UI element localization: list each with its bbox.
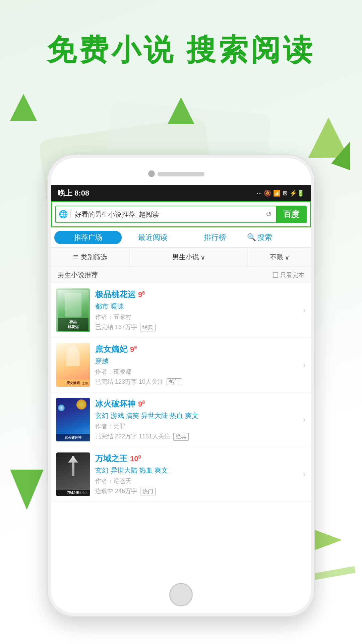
- book-cover-3: 冰火破坏神: [56, 398, 90, 441]
- phone-camera: [148, 170, 155, 177]
- tab-recent[interactable]: 最近阅读: [122, 232, 184, 243]
- page-headline: 免费小说 搜索阅读: [0, 30, 362, 70]
- book-info-2: 庶女嫡妃 99 穿越 作者：夜凌都 已完结 123万字 10人关注 热门: [95, 344, 298, 386]
- book-arrow-2: ›: [303, 360, 306, 370]
- book-cover-1: 极品桃花运: [56, 288, 90, 332]
- book-title-4: 万域之王: [95, 453, 127, 464]
- book-meta-2: 已完结 123万字 10人关注 热门: [95, 378, 298, 386]
- signal-icon: ···: [257, 190, 262, 197]
- bg-triangle-1: [10, 94, 37, 121]
- book-author-4: 作者：逆苍天: [95, 477, 298, 485]
- filter-category[interactable]: ☰ 类别筛选: [51, 248, 130, 267]
- bg-triangle-top: [168, 97, 194, 124]
- book-rating-1: 96: [138, 290, 145, 299]
- book-tag-3: 经典: [173, 433, 189, 441]
- wifi-icon: 📶: [273, 190, 281, 197]
- book-genre-4: 玄幻 异世大陆 热血 爽文: [95, 466, 298, 475]
- tab-recommended[interactable]: 推荐广场: [54, 231, 122, 244]
- section-header: 男生小说推荐 只看完本: [51, 267, 311, 283]
- book-author-1: 作者：五家村: [95, 313, 298, 321]
- bg-triangle-4: [10, 470, 44, 510]
- book-rating-3: 98: [138, 399, 145, 409]
- search-tab-icon: 🔍: [247, 233, 256, 242]
- book-meta-1: 已完结 167万字 经典: [95, 323, 298, 331]
- book-rating-2: 99: [130, 345, 137, 354]
- book-author-3: 作者：无罪: [95, 422, 298, 430]
- only-complete-checkbox[interactable]: [273, 272, 278, 278]
- book-info-1: 极品桃花运 96 都市 暖昧 作者：五家村 已完结 167万字 经典: [95, 289, 298, 331]
- book-list: 极品桃花运 极品桃花运 96 都市 暖昧: [51, 283, 311, 502]
- book-meta-3: 已完结 222万字 1151人关注 经典: [95, 432, 298, 441]
- book-info-3: 冰火破坏神 98 玄幻 游戏 搞笑 异世大陆 热血 爽文 作者：无罪 已完结 2…: [95, 398, 298, 441]
- only-complete-toggle[interactable]: 只看完本: [273, 271, 304, 279]
- book-genre-3: 玄幻 游戏 搞笑 异世大陆 热血 爽文: [95, 411, 298, 420]
- book-info-4: 万域之王 100 玄幻 异世大陆 热血 爽文 作者：逆苍天 连载中 246万字 …: [95, 453, 298, 495]
- only-complete-label: 只看完本: [280, 271, 304, 279]
- search-input[interactable]: 好看的男生小说推荐_趣阅读: [71, 210, 261, 219]
- section-title: 男生小说推荐: [58, 270, 98, 279]
- status-time: 晚上 8:08: [58, 188, 89, 198]
- book-item-4[interactable]: 万域之王 逆苍天 万域之王 100 玄幻 异世大陆 热血 爽文: [51, 447, 311, 502]
- book-author-2: 作者：夜凌都: [95, 368, 298, 376]
- filter-bar: ☰ 类别筛选 男生小说 ∨ 不限 ∨: [51, 248, 311, 267]
- genre-arrow-icon: ∨: [200, 253, 205, 261]
- phone-screen: 晚上 8:08 ··· 🔕 📶 ⊠ ⚡🔋 🌐 好看的男生小说推荐_趣阅读 ↺ 百…: [51, 185, 311, 580]
- book-cover-4: 万域之王 逆苍天: [56, 452, 90, 496]
- mute-icon: 🔕: [264, 190, 271, 197]
- status-bar: 晚上 8:08 ··· 🔕 📶 ⊠ ⚡🔋: [51, 185, 311, 201]
- book-genre-2: 穿越: [95, 357, 298, 366]
- book-rating-4: 100: [130, 454, 141, 463]
- book-title-3: 冰火破坏神: [95, 398, 135, 409]
- book-cover-2: 庶女嫡妃 17K: [56, 343, 90, 387]
- tab-search[interactable]: 🔍 搜索: [246, 232, 308, 243]
- bg-triangle-5: [315, 530, 342, 550]
- filter-category-label: 类别筛选: [80, 253, 107, 262]
- book-genre-1: 都市 暖昧: [95, 302, 298, 311]
- book-meta-4: 连载中 246万字 热门: [95, 487, 298, 495]
- tab-ranking[interactable]: 排行榜: [184, 232, 246, 243]
- book-arrow-1: ›: [303, 306, 306, 315]
- filter-lines-icon: ☰: [73, 254, 78, 261]
- book-tag-4: 热门: [140, 488, 156, 495]
- filter-genre-label: 男生小说: [172, 253, 199, 262]
- search-bar-container: 🌐 好看的男生小说推荐_趣阅读 ↺ 百度: [51, 201, 311, 227]
- globe-icon: 🌐: [56, 210, 71, 219]
- filter-status-label: 不限: [270, 253, 283, 262]
- filter-genre[interactable]: 男生小说 ∨: [130, 248, 248, 267]
- book-arrow-4: ›: [303, 470, 306, 479]
- book-arrow-3: ›: [303, 415, 306, 424]
- bg-triangle-6: [308, 566, 355, 581]
- tab-bar: 推荐广场 最近阅读 排行榜 🔍 搜索: [51, 227, 311, 248]
- phone-inner: 晚上 8:08 ··· 🔕 📶 ⊠ ⚡🔋 🌐 好看的男生小说推荐_趣阅读 ↺ 百…: [51, 158, 311, 613]
- book-title-2: 庶女嫡妃: [95, 344, 127, 355]
- phone-frame: 晚上 8:08 ··· 🔕 📶 ⊠ ⚡🔋 🌐 好看的男生小说推荐_趣阅读 ↺ 百…: [47, 154, 315, 617]
- filter-status[interactable]: 不限 ∨: [248, 248, 311, 267]
- book-item-2[interactable]: 庶女嫡妃 17K 庶女嫡妃 99 穿越: [51, 338, 311, 392]
- status-icons: ··· 🔕 📶 ⊠ ⚡🔋: [257, 190, 304, 197]
- status-arrow-icon: ∨: [285, 253, 290, 261]
- book-title-1: 极品桃花运: [95, 289, 135, 300]
- book-tag-2: 热门: [167, 378, 182, 386]
- book-item-1[interactable]: 极品桃花运 极品桃花运 96 都市 暖昧: [51, 283, 311, 338]
- phone-speaker: [158, 172, 204, 176]
- book-tag-1: 经典: [140, 324, 156, 331]
- sim-icon: ⊠: [283, 190, 288, 197]
- book-item-3[interactable]: 冰火破坏神 冰火破坏神 98 玄幻 游戏 搞笑 异世大陆 热血 爽文: [51, 392, 311, 447]
- phone-home-button[interactable]: [169, 583, 193, 606]
- battery-icon: ⚡🔋: [290, 190, 304, 197]
- baidu-button[interactable]: 百度: [276, 206, 306, 222]
- search-bar[interactable]: 🌐 好看的男生小说推荐_趣阅读 ↺ 百度: [55, 206, 307, 223]
- refresh-icon[interactable]: ↺: [261, 210, 276, 219]
